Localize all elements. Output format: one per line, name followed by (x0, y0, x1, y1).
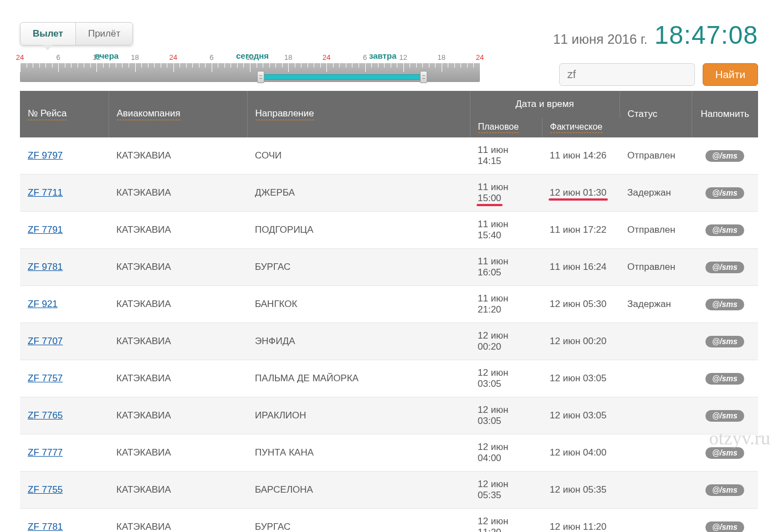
cell-actual: 12 июн 01:30 (542, 175, 620, 212)
sms-button[interactable]: @/sms (705, 336, 744, 347)
cell-actual: 12 июн 05:30 (542, 286, 620, 323)
flight-link[interactable]: ZF 7711 (28, 187, 63, 198)
sms-button[interactable]: @/sms (705, 187, 744, 199)
col-airline: Авиакомпания (109, 91, 247, 137)
cell-dest: ИРАКЛИОН (247, 397, 470, 434)
table-row: ZF 9781КАТЭКАВИАБУРГАС11 июн 16:0511 июн… (20, 249, 758, 286)
cell-airline: КАТЭКАВИА (109, 286, 247, 323)
cell-status: Задержан (620, 175, 692, 212)
cell-status (620, 509, 692, 533)
cell-planned: 12 июн 00:20 (470, 323, 542, 360)
cell-actual: 12 июн 00:20 (542, 323, 620, 360)
cell-dest: СОЧИ (247, 137, 470, 175)
tab-arrival[interactable]: Прилёт (76, 23, 132, 45)
cell-airline: КАТЭКАВИА (109, 434, 247, 472)
table-row: ZF 7791КАТЭКАВИАПОДГОРИЦА11 июн 15:4011 … (20, 212, 758, 249)
table-row: ZF 7777КАТЭКАВИАПУНТА КАНА12 июн 04:0012… (20, 434, 758, 472)
sms-button[interactable]: @/sms (705, 299, 744, 310)
cell-status (620, 360, 692, 397)
sms-button[interactable]: @/sms (705, 484, 744, 496)
table-row: ZF 7781КАТЭКАВИАБУРГАС12 июн 11:2012 июн… (20, 509, 758, 533)
cell-dest: БУРГАС (247, 509, 470, 533)
cell-airline: КАТЭКАВИА (109, 323, 247, 360)
time-ruler[interactable]: 24612182461218246121824 (20, 63, 480, 82)
col-flight: № Рейса (20, 91, 109, 137)
cell-airline: КАТЭКАВИА (109, 175, 247, 212)
sms-button[interactable]: @/sms (705, 262, 744, 273)
flight-link[interactable]: ZF 7707 (28, 336, 63, 346)
sms-button[interactable]: @/sms (705, 373, 744, 385)
current-datetime: 11 июня 2016 г. 18:47:08 (553, 22, 758, 48)
cell-dest: ДЖЕРБА (247, 175, 470, 212)
cell-airline: КАТЭКАВИА (109, 249, 247, 286)
sms-button[interactable]: @/sms (705, 410, 744, 422)
flight-link[interactable]: ZF 7757 (28, 373, 63, 383)
cell-status (620, 472, 692, 509)
cell-actual: 12 июн 03:05 (542, 360, 620, 397)
search-input[interactable] (559, 63, 695, 86)
table-row: ZF 7711КАТЭКАВИАДЖЕРБА11 июн 15:0012 июн… (20, 175, 758, 212)
cell-status: Задержан (620, 286, 692, 323)
flights-table: № Рейса Авиакомпания Направление Дата и … (20, 91, 758, 532)
cell-actual: 12 июн 04:00 (542, 434, 620, 472)
cell-planned: 12 июн 05:35 (470, 472, 542, 509)
slider-handle-right[interactable] (420, 71, 427, 83)
current-time: 18:47:08 (654, 22, 758, 48)
cell-planned: 12 июн 11:20 (470, 509, 542, 533)
tab-departure[interactable]: Вылет (21, 23, 76, 45)
cell-planned: 11 июн 15:00 (470, 175, 542, 212)
table-row: ZF 7765КАТЭКАВИАИРАКЛИОН12 июн 03:0512 и… (20, 397, 758, 434)
sms-button[interactable]: @/sms (705, 447, 744, 459)
sms-button[interactable]: @/sms (705, 224, 744, 236)
cell-actual: 12 июн 11:20 (542, 509, 620, 533)
col-remind: Напомнить (692, 91, 758, 137)
flight-link[interactable]: ZF 921 (28, 299, 58, 309)
cell-dest: ПАЛЬМА ДЕ МАЙОРКА (247, 360, 470, 397)
cell-planned: 11 июн 15:40 (470, 212, 542, 249)
table-row: ZF 7707КАТЭКАВИАЭНФИДА12 июн 00:2012 июн… (20, 323, 758, 360)
cell-airline: КАТЭКАВИА (109, 397, 247, 434)
flight-link[interactable]: ZF 9797 (28, 150, 63, 161)
cell-status: Отправлен (620, 137, 692, 175)
ruler-label-tomorrow: завтра (369, 51, 396, 60)
current-date: 11 июня 2016 г. (553, 32, 647, 47)
cell-airline: КАТЭКАВИА (109, 509, 247, 533)
flight-link[interactable]: ZF 7777 (28, 447, 63, 458)
cell-airline: КАТЭКАВИА (109, 137, 247, 175)
cell-status (620, 434, 692, 472)
search-button[interactable]: Найти (703, 63, 758, 86)
sms-button[interactable]: @/sms (705, 521, 744, 533)
col-dest: Направление (247, 91, 470, 137)
cell-actual: 12 июн 03:05 (542, 397, 620, 434)
cell-actual: 11 июн 17:22 (542, 212, 620, 249)
cell-dest: БУРГАС (247, 249, 470, 286)
col-status: Статус (620, 91, 692, 137)
cell-status (620, 323, 692, 360)
flight-link[interactable]: ZF 7765 (28, 410, 63, 421)
flight-link[interactable]: ZF 9781 (28, 262, 63, 272)
flight-link[interactable]: ZF 7791 (28, 224, 63, 235)
table-row: ZF 7757КАТЭКАВИАПАЛЬМА ДЕ МАЙОРКА12 июн … (20, 360, 758, 397)
cell-dest: БАРСЕЛОНА (247, 472, 470, 509)
cell-planned: 12 июн 04:00 (470, 434, 542, 472)
cell-actual: 11 июн 14:26 (542, 137, 620, 175)
time-selection[interactable] (260, 74, 423, 80)
cell-planned: 12 июн 03:05 (470, 360, 542, 397)
flight-link[interactable]: ZF 7781 (28, 521, 63, 532)
cell-planned: 12 июн 03:05 (470, 397, 542, 434)
cell-planned: 11 июн 21:20 (470, 286, 542, 323)
col-actual: Фактическое (542, 117, 620, 137)
table-row: ZF 921КАТЭКАВИАБАНГКОК11 июн 21:2012 июн… (20, 286, 758, 323)
flight-link[interactable]: ZF 7755 (28, 484, 63, 495)
tabs: Вылет Прилёт (20, 22, 133, 45)
slider-handle-left[interactable] (257, 71, 264, 83)
cell-dest: БАНГКОК (247, 286, 470, 323)
sms-button[interactable]: @/sms (705, 150, 744, 162)
cell-dest: ПОДГОРИЦА (247, 212, 470, 249)
cell-airline: КАТЭКАВИА (109, 212, 247, 249)
cell-planned: 11 июн 16:05 (470, 249, 542, 286)
col-planned: Плановое (470, 117, 542, 137)
cell-planned: 11 июн 14:15 (470, 137, 542, 175)
cell-actual: 12 июн 05:35 (542, 472, 620, 509)
cell-actual: 11 июн 16:24 (542, 249, 620, 286)
